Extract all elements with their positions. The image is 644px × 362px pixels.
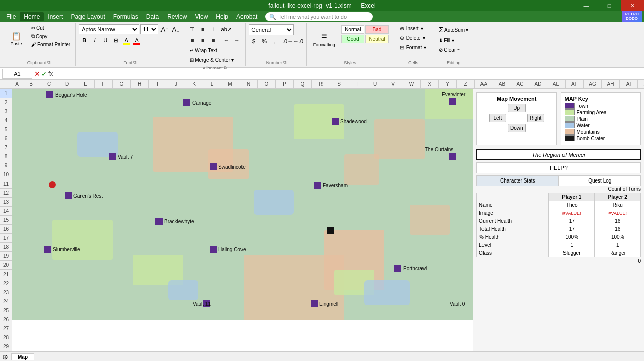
decrease-decimal-btn[interactable]: ←.0 — [293, 36, 303, 46]
menu-home[interactable]: Home — [20, 12, 44, 21]
insert-button[interactable]: ⊕ Insert ▾ — [396, 24, 427, 33]
number-label: Number ⧉ — [266, 59, 286, 65]
underline-button[interactable]: U — [100, 35, 110, 45]
style-neutral[interactable]: Neutral — [365, 35, 388, 43]
number-format-dropdown[interactable]: General — [249, 24, 294, 35]
menu-insert[interactable]: Insert — [44, 12, 67, 21]
comma-btn[interactable]: , — [270, 36, 280, 46]
cancel-formula-icon[interactable]: ✕ — [34, 70, 40, 78]
formula-input[interactable] — [55, 69, 642, 79]
decrease-font-btn[interactable]: A↓ — [171, 24, 181, 34]
align-left-btn[interactable]: ≡ — [187, 35, 197, 45]
player1-current-health: 17 — [548, 217, 595, 225]
clipboard-expand-icon[interactable]: ⧉ — [47, 60, 50, 65]
currency-btn[interactable]: $ — [249, 36, 259, 46]
menu-formulas[interactable]: Formulas — [109, 12, 142, 21]
char-stats-tab[interactable]: Character Stats — [476, 175, 559, 186]
border-button[interactable]: ⊞ — [111, 35, 121, 45]
format-painter-button[interactable]: 🖌 Format Painter — [29, 41, 72, 48]
increase-font-btn[interactable]: A↑ — [159, 24, 170, 34]
cut-button[interactable]: ✂ Cut — [29, 24, 46, 32]
style-normal[interactable]: Normal — [341, 25, 364, 34]
player2-level: 1 — [595, 241, 641, 249]
row-num-16: 16 — [0, 225, 12, 234]
align-bottom-btn[interactable]: ⊥ — [208, 24, 218, 34]
insert-function-icon[interactable]: fx — [48, 70, 53, 77]
font-name-dropdown[interactable]: Aptos Narrow — [79, 24, 139, 34]
search-input[interactable] — [278, 14, 369, 20]
farming-patch-4 — [52, 220, 113, 260]
sigma-icon: Σ — [439, 26, 443, 34]
cell-reference-box[interactable]: A1 — [2, 69, 32, 79]
autosum-button[interactable]: Σ AutoSum ▾ — [436, 24, 471, 35]
delete-button[interactable]: ⊖ Delete ▾ — [396, 34, 429, 42]
close-btn[interactable]: ✕ — [621, 0, 644, 11]
number-expand-icon[interactable]: ⧉ — [283, 60, 286, 65]
align-middle-btn[interactable]: ≡ — [198, 24, 208, 34]
percent-btn[interactable]: % — [259, 36, 269, 46]
nav-right-button[interactable]: Right — [527, 114, 544, 122]
nav-up-button[interactable]: Up — [508, 104, 526, 112]
col-header-AD: AD — [529, 80, 547, 88]
autosum-dropdown-icon[interactable]: ▾ — [466, 27, 468, 33]
stat-pct-health-label: % Health — [477, 233, 549, 241]
maximize-btn[interactable]: □ — [598, 0, 621, 11]
font-color-button[interactable]: A — [132, 35, 142, 45]
fill-color-button[interactable]: A — [121, 35, 131, 45]
align-top-btn[interactable]: ⊤ — [187, 24, 197, 34]
delete-dropdown-icon[interactable]: ▾ — [423, 35, 425, 41]
menu-acrobat[interactable]: Acrobat — [232, 12, 261, 21]
confirm-formula-icon[interactable]: ✓ — [41, 70, 47, 78]
nav-left-button[interactable]: Left — [489, 114, 506, 122]
insert-dropdown-icon[interactable]: ▾ — [421, 26, 423, 31]
merge-dropdown-icon[interactable]: ▾ — [231, 57, 234, 63]
col-header-Z: Z — [457, 80, 475, 88]
increase-decimal-btn[interactable]: .0→ — [283, 36, 293, 46]
align-right-btn[interactable]: ≡ — [208, 35, 218, 45]
row-num-5: 5 — [0, 125, 12, 134]
clear-button[interactable]: ⊘ Clear ~ — [436, 46, 463, 54]
format-dropdown-icon[interactable]: ▾ — [424, 45, 426, 50]
town-swadlincote — [210, 163, 217, 170]
menu-view[interactable]: View — [191, 12, 212, 21]
format-button[interactable]: ⊟ Format ▾ — [396, 43, 430, 52]
fill-button[interactable]: ⬇ Fill ▾ — [436, 36, 457, 45]
menu-help[interactable]: Help — [212, 12, 232, 21]
quest-log-tab[interactable]: Quest Log — [559, 175, 641, 186]
player1-total-health: 17 — [548, 225, 595, 233]
paste-button[interactable]: 📋 Paste — [5, 24, 27, 54]
orient-btn[interactable]: ab↗ — [221, 24, 231, 34]
col-header-L: L — [203, 80, 221, 88]
merge-center-button[interactable]: ⊞ Merge & Center ▾ — [187, 56, 236, 64]
col-header-AH: AH — [602, 80, 620, 88]
window-controls[interactable]: — □ ✕ — [575, 0, 644, 11]
menu-review[interactable]: Review — [163, 12, 191, 21]
help-box[interactable]: HELP? — [476, 162, 641, 173]
minimize-btn[interactable]: — — [575, 0, 598, 11]
sheet-tab-map[interactable]: Map — [11, 353, 34, 360]
key-water: Water — [565, 122, 638, 128]
menu-file[interactable]: File — [2, 12, 20, 21]
nav-down-button[interactable]: Down — [508, 124, 526, 132]
style-good[interactable]: Good — [341, 35, 364, 43]
indent-left-btn[interactable]: ← — [221, 35, 231, 45]
add-sheet-btn[interactable]: ⊕ — [2, 353, 8, 361]
style-bad[interactable]: Bad — [365, 25, 388, 34]
wrap-text-button[interactable]: ↵ Wrap Text — [187, 46, 220, 55]
menu-data[interactable]: Data — [142, 12, 163, 21]
indent-right-btn[interactable]: → — [232, 35, 242, 45]
label-vault0: Vault 0 — [450, 301, 465, 307]
italic-button[interactable]: I — [90, 35, 100, 45]
font-expand-icon[interactable]: ⧉ — [133, 60, 136, 65]
copy-button[interactable]: ⧉ Copy — [29, 32, 49, 40]
water-patch-3 — [168, 280, 198, 300]
region-title: The Region of Mercer — [476, 149, 641, 160]
row-num-20: 20 — [0, 261, 12, 270]
bold-button[interactable]: B — [79, 35, 89, 45]
align-center-btn[interactable]: ≡ — [198, 35, 208, 45]
row-numbers: 1234567891011121314151617181920212223242… — [0, 89, 12, 351]
conditional-formatting-button[interactable]: ≡ Formatting — [310, 24, 338, 53]
font-size-dropdown[interactable]: 11 — [140, 24, 158, 34]
menu-page-layout[interactable]: Page Layout — [67, 12, 109, 21]
player1-header: Player 1 — [548, 193, 595, 201]
